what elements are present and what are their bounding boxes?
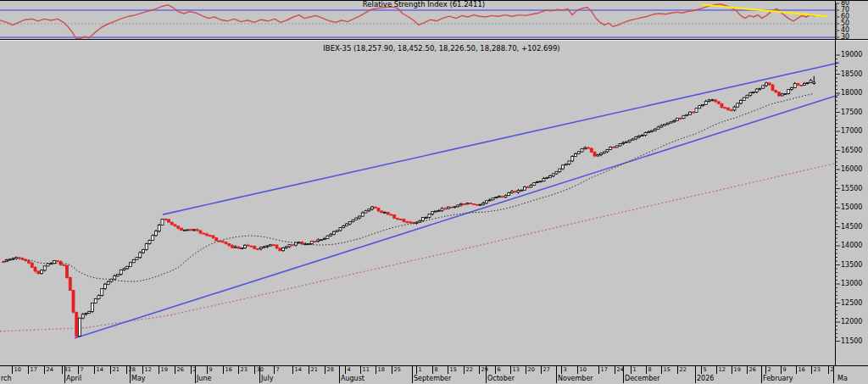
day-tick-label: 2 <box>768 367 771 373</box>
price-y-tick-label: 11500 <box>841 338 862 345</box>
day-tick-label: 2 <box>831 367 834 373</box>
day-tick-label: 9 <box>209 367 213 373</box>
lower-channel-line <box>75 95 839 338</box>
chart-canvas <box>0 0 868 384</box>
day-tick-label: 8 <box>435 367 438 373</box>
day-tick-label: 5 <box>704 367 707 373</box>
month-label: October <box>487 376 515 382</box>
day-tick-label: 23 <box>814 367 821 373</box>
price-y-tick-label: 13000 <box>841 281 862 287</box>
day-tick-label: 18 <box>378 367 385 373</box>
month-label: December <box>625 376 659 382</box>
day-tick-label: 2 <box>193 367 197 373</box>
price-y-tick-label: 14500 <box>841 224 862 231</box>
month-label: August <box>341 376 364 382</box>
upper-channel-line <box>163 63 839 214</box>
day-tick-label: 13 <box>513 367 520 373</box>
price-y-tick-label: 16500 <box>841 147 862 154</box>
day-tick-label: 22 <box>680 367 687 373</box>
day-tick-label: 28 <box>327 367 334 373</box>
price-panel-title: IBEX-35 (18,257.90, 18,452.50, 18,226.50… <box>272 45 611 53</box>
day-tick-label: 9 <box>783 367 787 373</box>
price-y-tick-label: 13500 <box>841 262 862 269</box>
day-tick-label: 16 <box>798 367 805 373</box>
long-term-ma-line <box>0 164 835 331</box>
day-tick-label: 26 <box>749 367 756 373</box>
month-label: 2026 <box>697 376 714 382</box>
rsi-panel-title: Relative Strength Index (61.2411) <box>254 1 593 8</box>
month-label: September <box>414 376 451 382</box>
price-y-tick-label: 15500 <box>841 186 862 192</box>
day-tick-label: 15 <box>664 367 670 373</box>
day-tick-label: 19 <box>161 367 168 373</box>
day-tick-label: 1 <box>419 367 422 373</box>
day-tick-label: 1 <box>633 367 637 373</box>
day-tick-label: 30 <box>257 367 264 373</box>
price-y-tick-label: 17500 <box>841 109 862 116</box>
day-tick-label: 26 <box>177 367 184 373</box>
month-label: April <box>66 376 81 382</box>
day-tick-label: 16 <box>225 367 232 373</box>
rsi-line <box>0 4 815 39</box>
price-y-tick-label: 18000 <box>841 90 862 97</box>
day-tick-label: 24 <box>47 367 53 373</box>
price-y-tick-label: 18500 <box>841 71 862 78</box>
day-tick-label: 24 <box>617 367 624 373</box>
candlestick-series <box>3 76 815 337</box>
month-label: Ma <box>837 376 848 382</box>
day-tick-label: 11 <box>363 367 370 373</box>
day-tick-label: 31 <box>64 367 71 373</box>
day-tick-label: 6 <box>498 367 501 373</box>
day-tick-label: 21 <box>113 367 120 373</box>
month-label: June <box>197 376 211 382</box>
rsi-y-tick-label: 30 <box>841 34 849 41</box>
day-tick-label: 10 <box>14 367 21 373</box>
month-label: May <box>131 376 146 382</box>
month-label: rch <box>1 376 12 382</box>
moving-average-line <box>3 94 814 282</box>
price-y-tick-label: 19000 <box>841 52 862 58</box>
day-tick-label: 14 <box>97 367 103 373</box>
day-tick-label: 3 <box>564 367 567 373</box>
price-y-tick-label: 12000 <box>841 319 862 326</box>
month-label: July <box>261 376 273 382</box>
price-y-tick-label: 12500 <box>841 300 862 307</box>
day-tick-label: 12 <box>719 367 726 373</box>
day-tick-label: 29 <box>481 367 488 373</box>
day-tick-label: 19 <box>734 367 741 373</box>
price-y-tick-label: 15000 <box>841 204 862 211</box>
price-y-tick-label: 17000 <box>841 128 862 135</box>
day-tick-label: 23 <box>241 367 248 373</box>
price-y-tick-label: 16000 <box>841 166 862 173</box>
day-tick-label: 14 <box>295 367 302 373</box>
day-tick-label: 17 <box>601 367 608 373</box>
day-tick-label: 15 <box>450 367 457 373</box>
price-y-tick-label: 14000 <box>841 242 862 249</box>
day-tick-label: 12 <box>145 367 152 373</box>
month-label: November <box>558 376 593 382</box>
day-tick-label: 20 <box>528 367 535 373</box>
chart-window: Relative Strength Index (61.2411) IBEX-3… <box>0 0 868 384</box>
day-tick-label: 22 <box>466 367 473 373</box>
day-tick-label: 28 <box>129 367 136 373</box>
day-tick-label: 7 <box>81 367 84 373</box>
day-tick-label: 10 <box>580 367 587 373</box>
day-tick-label: 27 <box>543 367 550 373</box>
day-tick-label: 17 <box>31 367 37 373</box>
month-label: February <box>763 376 793 382</box>
day-tick-label: 8 <box>648 367 652 373</box>
day-tick-label: 4 <box>348 367 351 373</box>
day-tick-label: 25 <box>394 367 401 373</box>
day-tick-label: 7 <box>276 367 280 373</box>
day-tick-label: 21 <box>311 367 318 373</box>
